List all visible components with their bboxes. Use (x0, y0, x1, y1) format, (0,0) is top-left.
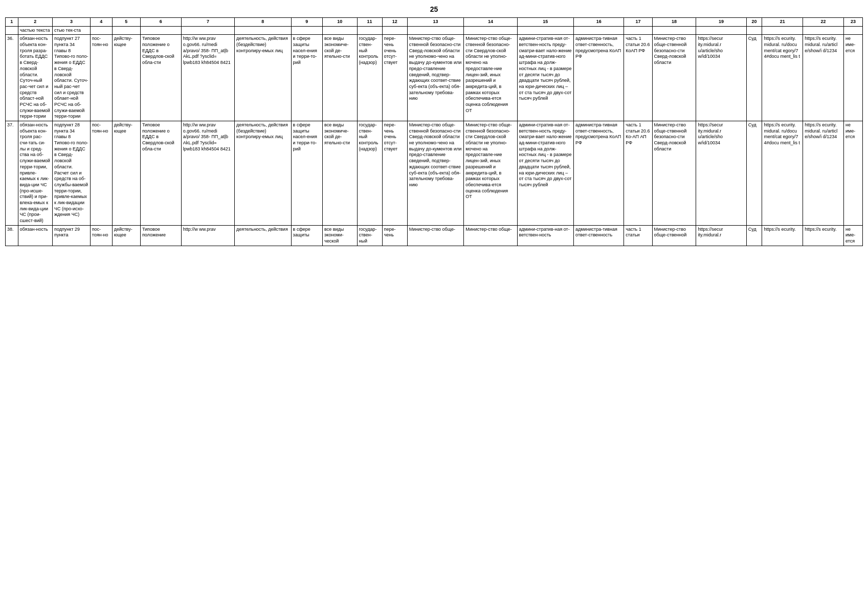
sub-h-8 (235, 26, 292, 35)
sub-h-14 (464, 26, 517, 35)
cell-0-19: https://secur ity.midural.r u/article/sh… (696, 35, 746, 121)
sub-header-row: частью текста стью тек-ста (6, 26, 863, 35)
th-14: 14 (464, 18, 517, 27)
cell-2-20: Суд (746, 225, 762, 246)
cell-0-15: админи-стратив-ная от-ветствен-ность пре… (517, 35, 574, 121)
cell-2-12: пере-чень (382, 225, 407, 246)
sub-h-1 (6, 26, 18, 35)
sub-h-19 (696, 26, 746, 35)
th-17: 17 (624, 18, 652, 27)
cell-0-10: все виды экономиче-ской де-ятельно-сти (322, 35, 357, 121)
cell-0-11: государ-ствен-ный контроль (надзор) (357, 35, 382, 121)
table-row-1: 37.обязан-ность объекта кон-троля рас-сч… (6, 121, 863, 226)
cell-0-22: https://s ecurity. midural. ru/articl e/… (803, 35, 844, 121)
main-table: 1 2 3 4 5 6 7 8 9 10 11 12 13 14 15 16 1… (5, 17, 863, 246)
sub-h-10 (322, 26, 357, 35)
cell-1-3: подпункт 28 пункта 34 главы 8 Типово-го … (53, 121, 91, 226)
cell-1-21: https://s ecurity. midural. ru/docu ment… (762, 121, 803, 226)
th-18: 18 (652, 18, 696, 27)
cell-2-1: 38. (6, 225, 18, 246)
cell-1-16: администра-тивная ответ-ственность, пред… (574, 121, 624, 226)
cell-0-16: администра-тивная ответ-ственность, пред… (574, 35, 624, 121)
cell-2-9: в сфере защиты (291, 225, 322, 246)
th-21: 21 (762, 18, 803, 27)
cell-2-15: админи-стратив-ная от-ветствен-ность (517, 225, 574, 246)
th-3: 3 (53, 18, 91, 27)
cell-1-20: Суд (746, 121, 762, 226)
cell-1-15: админи-стратив-ная от-ветствен-ность пре… (517, 121, 574, 226)
sub-h-23 (843, 26, 862, 35)
cell-0-13: Министер-ство обще-ственной безопасно-ст… (407, 35, 464, 121)
th-12: 12 (382, 18, 407, 27)
cell-0-12: пере-чень очень отсут-ствует (382, 35, 407, 121)
th-9: 9 (291, 18, 322, 27)
cell-2-2: обязан-ность (18, 225, 53, 246)
page-container: 25 1 (0, 0, 868, 614)
cell-2-11: государ-ствен-ный (357, 225, 382, 246)
cell-2-16: администра-тивная ответ-ственность (574, 225, 624, 246)
cell-0-6: Типовое положение о ЕДДС в Свердлов-ской… (140, 35, 181, 121)
cell-1-12: пере-чень очень отсут-ствует (382, 121, 407, 226)
cell-0-9: в сфере защиты насел-ения и терри-то-рий (291, 35, 322, 121)
cell-0-7: http://w ww.prav o.gov66. ru/medi a/prav… (181, 35, 234, 121)
table-row-2: 38.обязан-ностьподпункт 29 пунктапос-тоя… (6, 225, 863, 246)
cell-0-5: действу-ющее (112, 35, 140, 121)
th-2: 2 (18, 18, 53, 27)
cell-2-22: https://s ecurity. (803, 225, 844, 246)
sub-h-18 (652, 26, 696, 35)
sub-h-12 (382, 26, 407, 35)
th-13: 13 (407, 18, 464, 27)
cell-2-5: действу-ющее (112, 225, 140, 246)
cell-2-10: все виды экономи-ческой (322, 225, 357, 246)
cell-0-3: подпункт 27 пункта 34 главы 8 Типово-го … (53, 35, 91, 121)
cell-0-8: деятельность, действия (бездействие) кон… (235, 35, 292, 121)
sub-h-9 (291, 26, 322, 35)
sub-h-6 (140, 26, 181, 35)
th-19: 19 (696, 18, 746, 27)
sub-h-15 (517, 26, 574, 35)
cell-0-14: Министер-ство обще-ственной безопасно-ст… (464, 35, 517, 121)
sub-h-5 (112, 26, 140, 35)
sub-h-11 (357, 26, 382, 35)
cell-2-17: часть 1 статьи (624, 225, 652, 246)
th-23: 23 (843, 18, 862, 27)
sub-h-2: частью текста (18, 26, 53, 35)
cell-2-18: Министер-ство обще-ственной (652, 225, 696, 246)
cell-1-9: в сфере защиты насел-ения и терри-то-рий (291, 121, 322, 226)
cell-2-13: Министер-ство обще- (407, 225, 464, 246)
sub-h-7 (181, 26, 234, 35)
cell-1-11: государ-ствен-ный контроль (надзор) (357, 121, 382, 226)
sub-h-13 (407, 26, 464, 35)
cell-1-18: Министер-ство обще-ственной безопасно-ст… (652, 121, 696, 226)
cell-2-23: не име-ется (843, 225, 862, 246)
page-number: 25 (5, 5, 863, 13)
th-8: 8 (235, 18, 292, 27)
sub-h-21 (762, 26, 803, 35)
cell-1-6: Типовое положение о ЕДДС в Свердлов-ской… (140, 121, 181, 226)
cell-0-1: 36. (6, 35, 18, 121)
cell-0-23: не име-ется (843, 35, 862, 121)
th-1: 1 (6, 18, 18, 27)
th-15: 15 (517, 18, 574, 27)
cell-2-6: Типовое положение (140, 225, 181, 246)
sub-h-22 (803, 26, 844, 35)
th-11: 11 (357, 18, 382, 27)
cell-1-22: https://s ecurity. midural. ru/articl e/… (803, 121, 844, 226)
th-10: 10 (322, 18, 357, 27)
cell-1-4: пос-тоян-но (90, 121, 112, 226)
cell-0-17: часть 1 статьи 20.6 КоАП РФ (624, 35, 652, 121)
cell-1-17: часть 1 статьи 20.6 Ко-АП АП РФ (624, 121, 652, 226)
cell-2-3: подпункт 29 пункта (53, 225, 91, 246)
cell-0-18: Министер-ство обще-ственной безопасно-ст… (652, 35, 696, 121)
sub-h-4 (90, 26, 112, 35)
cell-1-7: http://w ww.prav o.gov66. ru/medi a/prav… (181, 121, 234, 226)
th-22: 22 (803, 18, 844, 27)
cell-0-4: пос-тоян-но (90, 35, 112, 121)
cell-1-10: все виды экономиче-ской де-ятельно-сти (322, 121, 357, 226)
cell-1-2: обязан-ность объекта кон-троля рас-счи-т… (18, 121, 53, 226)
sub-h-20 (746, 26, 762, 35)
cell-1-19: https://secur ity.midural.r u/article/sh… (696, 121, 746, 226)
cell-2-14: Министер-ство обще- (464, 225, 517, 246)
cell-1-14: Министер-ство обще-ственной безопасно-ст… (464, 121, 517, 226)
cell-2-4: пос-тоян-но (90, 225, 112, 246)
